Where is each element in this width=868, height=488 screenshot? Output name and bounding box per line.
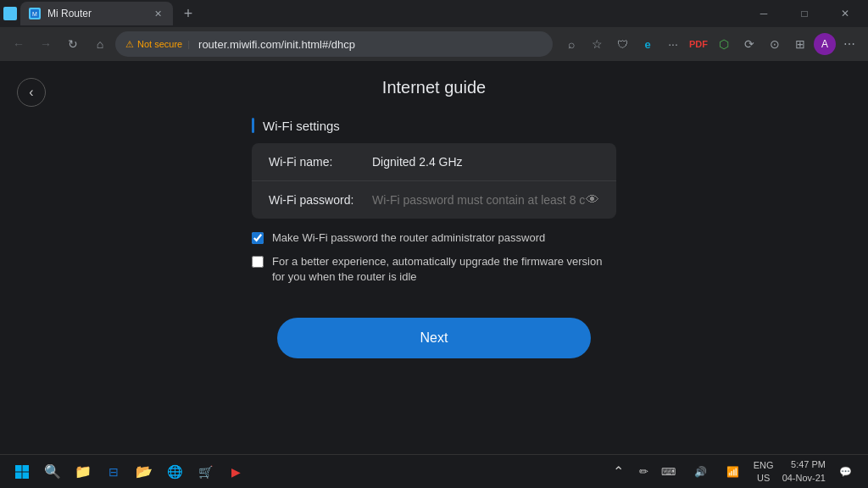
address-bar: ← → ↻ ⌂ ⚠ Not secure | router.miwifi.com… bbox=[0, 27, 868, 61]
svg-rect-6 bbox=[23, 472, 30, 479]
warning-triangle-icon: ⚠ bbox=[125, 39, 134, 50]
taskbar-pen-icon[interactable]: ✏ bbox=[639, 465, 648, 478]
maximize-button[interactable]: □ bbox=[785, 0, 824, 27]
taskbar-news-button[interactable]: ⊟ bbox=[102, 460, 125, 484]
clock-date: 04-Nov-21 bbox=[782, 472, 826, 485]
next-button[interactable]: Next bbox=[277, 318, 591, 358]
forward-nav-button[interactable]: → bbox=[34, 32, 58, 56]
taskbar-explorer-button[interactable]: 📁 bbox=[71, 460, 95, 484]
taskbar-files-button[interactable]: 📂 bbox=[132, 460, 156, 484]
browser-icon bbox=[3, 7, 17, 20]
url-bar[interactable]: ⚠ Not secure | router.miwifi.com/init.ht… bbox=[115, 31, 553, 57]
window-controls: ─ □ ✕ bbox=[744, 0, 865, 27]
auto-upgrade-checkbox[interactable] bbox=[252, 256, 264, 268]
admin-password-checkbox[interactable] bbox=[252, 232, 264, 244]
admin-password-row: Make Wi-Fi password the router administr… bbox=[252, 230, 616, 246]
settings-wrapper: Wi-Fi settings Wi-Fi name: Dignited 2.4 … bbox=[252, 118, 616, 294]
taskbar-chevron-up[interactable]: ⌃ bbox=[607, 460, 631, 484]
toolbar-icons: ⌕ ☆ 🛡 e ··· PDF ⬡ ⟳ ⊙ ⊞ A ⋯ bbox=[559, 32, 861, 56]
back-arrow-icon: ‹ bbox=[29, 85, 33, 100]
search-toolbar-icon[interactable]: ⌕ bbox=[559, 32, 583, 56]
minimize-button[interactable]: ─ bbox=[744, 0, 783, 27]
more-dots-icon[interactable]: ··· bbox=[661, 32, 685, 56]
taskbar-volume-icon[interactable]: 🔊 bbox=[689, 460, 713, 484]
edge-icon[interactable]: e bbox=[636, 32, 659, 56]
wifi-password-label: Wi-Fi password: bbox=[269, 193, 362, 207]
active-tab[interactable]: M Mi Router ✕ bbox=[20, 2, 173, 25]
lang-line1: ENG bbox=[754, 459, 774, 471]
svg-rect-3 bbox=[15, 465, 22, 472]
taskbar-notifications[interactable]: 💬 bbox=[834, 460, 858, 484]
settings-card: Wi-Fi name: Dignited 2.4 GHz Wi-Fi passw… bbox=[252, 143, 616, 219]
taskbar-keyboard-icon[interactable]: ⌨ bbox=[657, 460, 681, 484]
refresh-button[interactable]: ↻ bbox=[61, 32, 85, 56]
security-warning: ⚠ Not secure | bbox=[125, 39, 192, 50]
more-options-button[interactable]: ⋯ bbox=[837, 32, 861, 56]
auto-upgrade-row: For a better experience, automatically u… bbox=[252, 254, 616, 285]
close-window-button[interactable]: ✕ bbox=[826, 0, 865, 27]
security-warning-text: Not secure bbox=[137, 39, 182, 49]
taskbar-right: ⌃ ✏ ⌨ 🔊 📶 ENG US 5:47 PM 04-Nov-21 💬 bbox=[607, 458, 858, 485]
tab-close-button[interactable]: ✕ bbox=[151, 7, 164, 20]
tab-bar: M Mi Router ✕ + ─ □ ✕ bbox=[0, 0, 868, 27]
windows-start-button[interactable] bbox=[10, 460, 34, 484]
shield-icon[interactable]: 🛡 bbox=[610, 32, 634, 56]
taskbar-store-button[interactable]: 🛒 bbox=[193, 460, 217, 484]
svg-text:M: M bbox=[32, 11, 37, 17]
wifi-password-input-wrap: 👁 bbox=[372, 193, 599, 207]
taskbar-media-button[interactable]: ▶ bbox=[224, 460, 248, 484]
back-nav-button[interactable]: ← bbox=[7, 32, 31, 56]
wifi-name-value: Dignited 2.4 GHz bbox=[372, 155, 463, 169]
back-button[interactable]: ‹ bbox=[17, 78, 46, 107]
password-visibility-toggle[interactable]: 👁 bbox=[586, 192, 599, 208]
taskbar: 🔍 📁 ⊟ 📂 🌐 🛒 ▶ ⌃ ✏ ⌨ 🔊 📶 ENG US 5:47 PM 0… bbox=[0, 454, 868, 488]
home-button[interactable]: ⌂ bbox=[88, 32, 112, 56]
wifi-password-input[interactable] bbox=[372, 193, 599, 207]
next-button-label: Next bbox=[420, 330, 448, 346]
taskbar-network-icon[interactable]: 📶 bbox=[721, 460, 745, 484]
wifi-section-header: Wi-Fi settings bbox=[252, 118, 340, 133]
taskbar-language[interactable]: ENG US bbox=[754, 459, 774, 484]
svg-rect-4 bbox=[23, 465, 30, 472]
tab-favicon: M bbox=[29, 8, 41, 19]
taskbar-clock[interactable]: 5:47 PM 04-Nov-21 bbox=[782, 458, 826, 485]
url-text: router.miwifi.com/init.html#/dhcp bbox=[198, 38, 542, 51]
collections-icon[interactable]: ⊞ bbox=[788, 32, 812, 56]
clock-time: 5:47 PM bbox=[782, 458, 826, 471]
wifi-password-row: Wi-Fi password: 👁 bbox=[252, 181, 616, 219]
history-icon[interactable]: ⊙ bbox=[763, 32, 787, 56]
taskbar-edge-button[interactable]: 🌐 bbox=[163, 460, 186, 484]
lang-line2: US bbox=[754, 472, 774, 484]
admin-password-label: Make Wi-Fi password the router administr… bbox=[272, 230, 545, 246]
section-indicator bbox=[252, 118, 254, 133]
auto-upgrade-label: For a better experience, automatically u… bbox=[272, 254, 616, 285]
new-tab-button[interactable]: + bbox=[176, 2, 200, 25]
browser-window: M Mi Router ✕ + ─ □ ✕ ← → ↻ ⌂ ⚠ Not secu… bbox=[0, 0, 868, 488]
wifi-name-label: Wi-Fi name: bbox=[269, 155, 362, 169]
favorites-icon[interactable]: ☆ bbox=[585, 32, 609, 56]
page-title: Internet guide bbox=[382, 78, 486, 97]
wifi-name-row: Wi-Fi name: Dignited 2.4 GHz bbox=[252, 143, 616, 181]
page-content: ‹ Internet guide Wi-Fi settings Wi-Fi na… bbox=[0, 61, 868, 454]
section-title: Wi-Fi settings bbox=[263, 119, 340, 133]
svg-rect-5 bbox=[15, 472, 22, 479]
tab-title: Mi Router bbox=[47, 8, 92, 19]
page-inner: ‹ Internet guide Wi-Fi settings Wi-Fi na… bbox=[0, 61, 868, 454]
checkbox-section: Make Wi-Fi password the router administr… bbox=[252, 230, 616, 294]
pdf-icon[interactable]: PDF bbox=[687, 32, 710, 56]
sync-icon[interactable]: ⟳ bbox=[737, 32, 761, 56]
profile-avatar[interactable]: A bbox=[814, 33, 836, 55]
extension-icon[interactable]: ⬡ bbox=[712, 32, 736, 56]
taskbar-left: 🔍 📁 ⊟ 📂 🌐 🛒 ▶ bbox=[10, 460, 248, 484]
taskbar-search-button[interactable]: 🔍 bbox=[41, 460, 64, 484]
